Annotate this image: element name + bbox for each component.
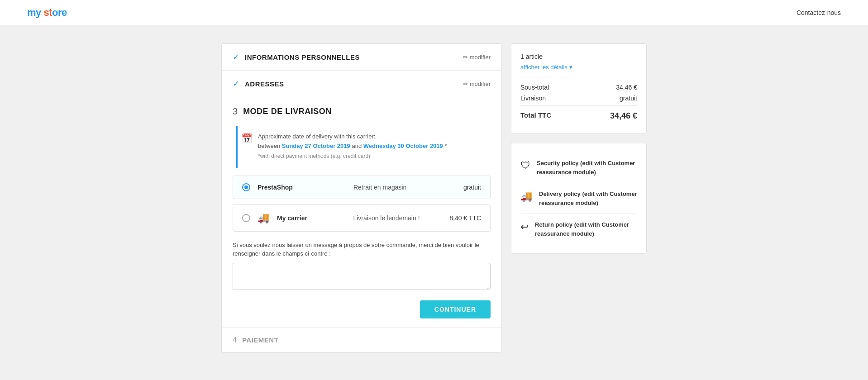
step-delivery: 3 MODE DE LIVRAISON 📅 Approximate date o… [222, 97, 501, 328]
order-summary: 1 article afficher les détails ▾ Sous-to… [511, 43, 647, 353]
delivery-info: 📅 Approximate date of delivery with this… [236, 126, 491, 168]
delivery-dates: Approximate date of delivery with this c… [258, 132, 447, 159]
logo-my: my [27, 7, 41, 18]
total-row: Total TTC 34,46 € [520, 105, 637, 121]
logo: my store [27, 7, 67, 19]
show-details-label: afficher les détails [520, 64, 568, 71]
total-label: Total TTC [520, 111, 551, 121]
modifier-addresses-label: modifier [470, 81, 491, 87]
step-addresses-left: ✓ ADRESSES [233, 79, 284, 89]
show-details-link[interactable]: afficher les détails ▾ [520, 64, 637, 71]
delivery-and: and [352, 142, 363, 149]
summary-divider-1 [520, 77, 637, 77]
modifier-addresses-link[interactable]: ✏ modifier [463, 81, 491, 87]
reassurance-security-text: Security policy (edit with Customer reas… [537, 159, 637, 176]
pencil-icon-addresses: ✏ [463, 81, 468, 87]
carrier-prestashop[interactable]: PrestaShop Retrait en magasin gratuit [233, 176, 491, 199]
step-addresses: ✓ ADRESSES ✏ modifier [222, 71, 501, 97]
calendar-icon: 📅 [241, 133, 253, 159]
reassurance-box: 🛡 Security policy (edit with Customer re… [511, 143, 647, 254]
step-personal-info: ✓ INFORMATIONS PERSONNELLES ✏ modifier [222, 44, 501, 71]
reassurance-return-text: Return policy (edit with Customer reassu… [535, 220, 637, 238]
reassurance-security: 🛡 Security policy (edit with Customer re… [520, 152, 637, 183]
delivery-text: Approximate date of delivery with this c… [258, 132, 447, 151]
carrier-prestashop-desc: Retrait en magasin [322, 184, 438, 191]
carrier-mycarrier-name: My carrier [277, 214, 328, 222]
logo-store-ore: ore [52, 7, 67, 18]
main-content: ✓ INFORMATIONS PERSONNELLES ✏ modifier ✓… [117, 25, 751, 371]
delivery-date-end[interactable]: Wednesday 30 October 2019 [363, 142, 443, 149]
carrier-mycarrier-price: 8,40 € TTC [445, 214, 481, 222]
step-payment: 4 PAIEMENT [222, 328, 501, 352]
delivery-asterisk: * [444, 142, 447, 149]
contact-link[interactable]: Contactez-nous [796, 9, 841, 16]
header: my store Contactez-nous [0, 0, 868, 25]
step-personal-title: INFORMATIONS PERSONNELLES [245, 53, 360, 61]
total-value: 34,46 € [610, 111, 637, 121]
sous-total-value: 34,46 € [616, 84, 637, 91]
truck-icon: 🚚 [258, 212, 270, 224]
modifier-personal-link[interactable]: ✏ modifier [463, 54, 491, 61]
chevron-down-icon: ▾ [569, 64, 572, 71]
reassurance-delivery-text: Delivery policy (edit with Customer reas… [539, 190, 637, 207]
checkout-steps: ✓ INFORMATIONS PERSONNELLES ✏ modifier ✓… [221, 43, 502, 353]
pencil-icon-personal: ✏ [463, 54, 468, 61]
delivery-truck-icon: 🚚 [520, 190, 533, 202]
check-icon-addresses: ✓ [233, 79, 239, 89]
message-section: Si vous voulez nous laisser un message à… [233, 241, 491, 291]
continue-button[interactable]: CONTINUER [420, 300, 491, 318]
carrier-mycarrier-desc: Livraison le lendemain ! [335, 214, 438, 222]
livraison-row: Livraison gratuit [520, 95, 637, 102]
payment-step-title: PAIEMENT [242, 336, 278, 344]
check-icon-personal: ✓ [233, 52, 239, 62]
sous-total-label: Sous-total [520, 84, 549, 91]
step-personal-info-left: ✓ INFORMATIONS PERSONNELLES [233, 52, 360, 62]
return-icon: ↩ [520, 221, 529, 233]
modifier-personal-label: modifier [470, 54, 491, 61]
delivery-step-title: MODE DE LIVRAISON [243, 107, 332, 116]
reassurance-return: ↩ Return policy (edit with Customer reas… [520, 214, 637, 244]
summary-box: 1 article afficher les détails ▾ Sous-to… [511, 43, 647, 134]
radio-mycarrier[interactable] [242, 214, 250, 222]
step-addresses-title: ADRESSES [245, 80, 284, 88]
message-instructions: Si vous voulez nous laisser un message à… [233, 241, 491, 258]
delivery-between: between [258, 142, 280, 149]
livraison-value: gratuit [620, 95, 637, 102]
article-count: 1 article [520, 53, 637, 60]
order-message-textarea[interactable] [233, 263, 491, 290]
carrier-prestashop-name: PrestaShop [258, 184, 315, 191]
radio-prestashop[interactable] [242, 183, 250, 191]
carrier-mycarrier[interactable]: 🚚 My carrier Livraison le lendemain ! 8,… [233, 204, 491, 232]
livraison-label: Livraison [520, 95, 546, 102]
carrier-prestashop-price: gratuit [445, 184, 481, 191]
step-delivery-header: 3 MODE DE LIVRAISON [233, 106, 491, 117]
delivery-label: Approximate date of delivery with this c… [258, 133, 375, 140]
reassurance-delivery: 🚚 Delivery policy (edit with Customer re… [520, 183, 637, 214]
logo-store-st: st [41, 7, 52, 18]
payment-step-number: 4 [233, 336, 237, 344]
delivery-note: *with direct payment methods (e.g. credi… [258, 153, 447, 159]
delivery-date-start[interactable]: Sunday 27 October 2019 [282, 142, 350, 149]
sous-total-row: Sous-total 34,46 € [520, 84, 637, 91]
shield-icon: 🛡 [520, 160, 530, 171]
continue-btn-row: CONTINUER [233, 300, 491, 318]
delivery-step-number: 3 [233, 106, 238, 117]
